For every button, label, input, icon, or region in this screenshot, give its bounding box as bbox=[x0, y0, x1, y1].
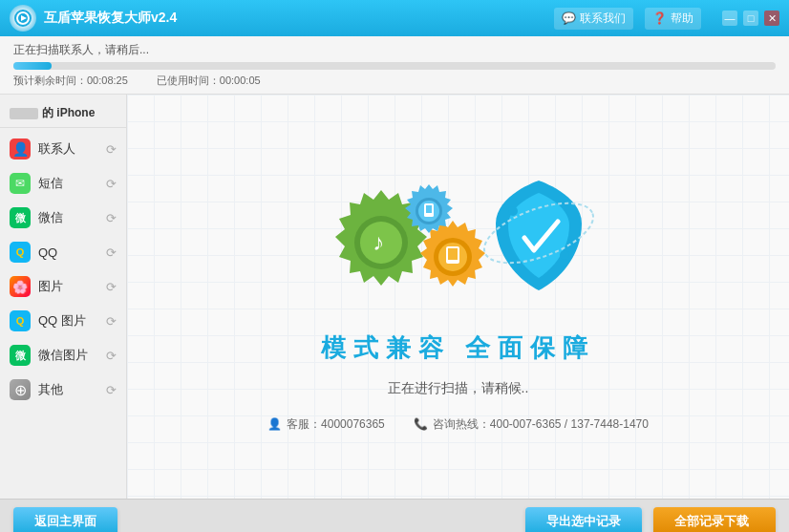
sidebar-label-photos: 图片 bbox=[38, 278, 63, 295]
scan-times: 预计剩余时间：00:08:25 已使用时间：00:00:05 bbox=[13, 74, 776, 88]
title-bar-right: 💬 联系我们 ❓ 帮助 — □ ✕ bbox=[554, 8, 779, 30]
main-layout: 的 iPhone 👤 联系人 ⟳ ✉ 短信 ⟳ 微 微信 ⟳ Q QQ ⟳ 🌸 … bbox=[0, 95, 789, 499]
loading-icon-photos: ⟳ bbox=[106, 280, 117, 294]
loading-icon-wxphotos: ⟳ bbox=[106, 349, 117, 363]
loading-icon-qqphotos: ⟳ bbox=[106, 314, 117, 329]
app-logo-icon bbox=[10, 5, 36, 32]
sms-icon: ✉ bbox=[10, 173, 31, 194]
export-selected-button[interactable]: 导出选中记录 bbox=[525, 507, 642, 533]
svg-rect-14 bbox=[426, 205, 432, 213]
sidebar-label-sms: 短信 bbox=[38, 175, 63, 192]
phone-icon: 📞 bbox=[414, 417, 428, 431]
bottom-right-buttons: 导出选中记录 全部记录下载 bbox=[525, 507, 776, 533]
person-icon: 👤 bbox=[267, 417, 282, 431]
svg-point-10 bbox=[452, 260, 455, 263]
sidebar-label-other: 其他 bbox=[38, 381, 63, 398]
sidebar-item-qq[interactable]: Q QQ ⟳ bbox=[0, 235, 126, 269]
photos-icon: 🌸 bbox=[10, 276, 31, 297]
loading-icon-contacts: ⟳ bbox=[106, 142, 117, 157]
bottom-left-buttons: 返回主界面 bbox=[13, 507, 117, 533]
sidebar-item-contacts[interactable]: 👤 联系人 ⟳ bbox=[0, 132, 126, 166]
sidebar-label-wechat: 微信 bbox=[38, 209, 63, 226]
contact-us-button[interactable]: 💬 联系我们 bbox=[554, 8, 633, 30]
gear-illustration: ♪ bbox=[305, 161, 610, 314]
maximize-button[interactable]: □ bbox=[743, 11, 758, 26]
sidebar-item-qqphotos[interactable]: Q QQ 图片 ⟳ bbox=[0, 304, 126, 338]
used-time: 已使用时间：00:00:05 bbox=[157, 74, 261, 88]
sidebar-label-qqphotos: QQ 图片 bbox=[38, 312, 86, 330]
export-all-button[interactable]: 全部记录下载 bbox=[653, 507, 776, 533]
wechat-icon: 微 bbox=[10, 207, 31, 228]
loading-icon-other: ⟳ bbox=[106, 383, 117, 397]
sidebar-label-qq: QQ bbox=[38, 245, 57, 260]
app-logo: 互盾苹果恢复大师v2.4 bbox=[10, 5, 177, 32]
back-to-home-button[interactable]: 返回主界面 bbox=[13, 507, 117, 533]
svg-rect-9 bbox=[448, 248, 458, 260]
bottom-bar: 返回主界面 导出选中记录 全部记录下载 bbox=[0, 499, 789, 532]
close-button[interactable]: ✕ bbox=[764, 11, 779, 26]
progress-bar-fill bbox=[13, 62, 52, 70]
help-button[interactable]: ❓ 帮助 bbox=[645, 8, 701, 30]
sidebar: 的 iPhone 👤 联系人 ⟳ ✉ 短信 ⟳ 微 微信 ⟳ Q QQ ⟳ 🌸 … bbox=[0, 95, 127, 499]
scan-status-text: 正在扫描联系人，请稍后... bbox=[13, 42, 776, 58]
scan-bar: 正在扫描联系人，请稍后... 预计剩余时间：00:08:25 已使用时间：00:… bbox=[0, 36, 789, 95]
loading-icon-sms: ⟳ bbox=[106, 177, 117, 191]
sidebar-item-photos[interactable]: 🌸 图片 ⟳ bbox=[0, 269, 126, 304]
svg-point-17 bbox=[560, 250, 569, 260]
help-icon: ❓ bbox=[652, 11, 667, 25]
remaining-time: 预计剩余时间：00:08:25 bbox=[13, 74, 128, 88]
sidebar-item-other[interactable]: ⊕ 其他 ⟳ bbox=[0, 372, 126, 407]
minimize-button[interactable]: — bbox=[722, 11, 737, 26]
sidebar-item-sms[interactable]: ✉ 短信 ⟳ bbox=[0, 166, 126, 201]
sidebar-label-contacts: 联系人 bbox=[38, 140, 75, 158]
contacts-icon: 👤 bbox=[10, 138, 31, 160]
loading-icon-qq: ⟳ bbox=[106, 245, 117, 260]
window-controls: — □ ✕ bbox=[722, 11, 779, 26]
scan-hint-text: 正在进行扫描，请稍候.. bbox=[388, 380, 529, 397]
svg-text:♪: ♪ bbox=[373, 229, 384, 255]
progress-bar bbox=[13, 62, 776, 70]
wxphotos-icon: 微 bbox=[10, 345, 31, 366]
loading-icon-wechat: ⟳ bbox=[106, 211, 117, 225]
svg-point-16 bbox=[508, 206, 518, 216]
sidebar-label-wxphotos: 微信图片 bbox=[38, 347, 88, 364]
device-name-placeholder bbox=[10, 108, 38, 119]
content-area: ♪ bbox=[127, 95, 789, 499]
sidebar-item-wechat[interactable]: 微 微信 ⟳ bbox=[0, 201, 126, 235]
hotline: 📞 咨询热线：400-007-6365 / 137-7448-1470 bbox=[414, 416, 649, 433]
contact-info: 👤 客服：4000076365 📞 咨询热线：400-007-6365 / 13… bbox=[267, 416, 649, 433]
qqphotos-icon: Q bbox=[10, 310, 31, 331]
app-title: 互盾苹果恢复大师v2.4 bbox=[44, 10, 177, 27]
qq-icon: Q bbox=[10, 242, 31, 263]
other-icon: ⊕ bbox=[10, 379, 31, 400]
sidebar-item-wxphotos[interactable]: 微 微信图片 ⟳ bbox=[0, 338, 126, 372]
customer-service: 👤 客服：4000076365 bbox=[267, 416, 385, 433]
title-bar: 互盾苹果恢复大师v2.4 💬 联系我们 ❓ 帮助 — □ ✕ bbox=[0, 0, 789, 36]
content-inner: ♪ bbox=[267, 161, 649, 433]
slogan: 模式兼容 全面保障 bbox=[321, 331, 595, 365]
device-label: 的 iPhone bbox=[0, 99, 126, 128]
chat-icon: 💬 bbox=[562, 11, 576, 25]
